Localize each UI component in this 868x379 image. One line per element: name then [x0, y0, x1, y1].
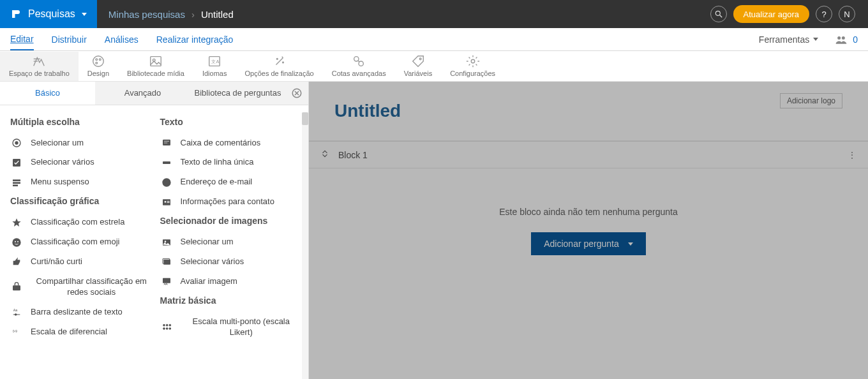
- svg-point-31: [15, 241, 16, 242]
- group-title: Selecionador de imagens: [160, 216, 303, 226]
- ribbon-toolbar: Espaço de trabalho Design Bibliotecade m…: [0, 51, 868, 82]
- update-now-button[interactable]: Atualizar agora: [733, 5, 809, 23]
- question-type-label: Avaliar imagem: [181, 276, 237, 287]
- nav-integrate[interactable]: Realizar integração: [156, 29, 234, 50]
- ribbon-settings[interactable]: Configurações: [441, 52, 504, 81]
- comment-icon: [160, 138, 173, 148]
- close-icon: [291, 87, 303, 99]
- thumb-icon: [10, 256, 23, 267]
- nav-analyze[interactable]: Análises: [105, 29, 138, 50]
- add-question-button[interactable]: Adicionar pergunta: [531, 232, 646, 255]
- svg-point-7: [96, 59, 98, 61]
- question-type-item[interactable]: Selecionar vários: [10, 152, 153, 172]
- close-panel-button[interactable]: [285, 82, 308, 105]
- survey-header: Adicionar logo Untitled: [309, 82, 868, 141]
- svg-text:文A: 文A: [212, 59, 220, 64]
- svg-point-14: [276, 58, 278, 59]
- brand-label: Pesquisas: [28, 8, 75, 20]
- question-type-item[interactable]: Curti/não curti: [10, 252, 153, 272]
- question-type-item[interactable]: Informações para contato: [160, 192, 303, 212]
- help-icon: ?: [821, 10, 826, 19]
- ribbon-label: Espaço de trabalho: [9, 70, 70, 77]
- question-type-item[interactable]: Selecionar um: [160, 232, 303, 252]
- question-type-item[interactable]: Caixa de comentários: [160, 133, 303, 153]
- question-type-label: Menu suspenso: [31, 177, 89, 188]
- nav-edit[interactable]: Editar: [10, 29, 34, 50]
- chevron-down-icon: [82, 13, 87, 16]
- ribbon-variables[interactable]: Variáveis: [395, 52, 441, 81]
- question-type-item[interactable]: Escala multi-ponto (escala Likert): [160, 312, 303, 343]
- help-button[interactable]: ?: [816, 6, 832, 22]
- nav-distribute[interactable]: Distribuir: [52, 29, 87, 50]
- tools-menu[interactable]: Ferramentas: [759, 34, 818, 45]
- survey-title[interactable]: Untitled: [334, 101, 842, 121]
- block-menu-button[interactable]: ⋮: [848, 150, 857, 160]
- svg-point-15: [282, 62, 283, 63]
- svg-rect-38: [163, 140, 170, 145]
- add-logo-button[interactable]: Adicionar logo: [780, 93, 842, 108]
- ribbon-finish[interactable]: Opções de finalização: [236, 52, 322, 81]
- svg-rect-10: [151, 57, 161, 66]
- question-type-item[interactable]: Classificação com estrela: [10, 212, 153, 232]
- tab-library[interactable]: Biblioteca de perguntas: [190, 82, 285, 105]
- question-type-label: Selecionar um: [181, 237, 234, 248]
- question-type-item[interactable]: 0-9Escala de diferencial: [10, 322, 153, 342]
- block-body: Este bloco ainda não tem nenhuma pergunt…: [309, 168, 868, 294]
- chevron-down-icon: [813, 38, 818, 41]
- panel-scrollbar[interactable]: [302, 112, 308, 379]
- brand-menu[interactable]: Pesquisas: [0, 0, 97, 28]
- add-question-label: Adicionar pergunta: [544, 239, 619, 249]
- question-type-item[interactable]: AaBarra deslizante de texto: [10, 302, 153, 322]
- share-icon: [10, 282, 23, 292]
- img-icon: [160, 237, 173, 248]
- svg-text:0-9: 0-9: [13, 330, 17, 333]
- ribbon-quotas[interactable]: Cotas avançadas: [323, 52, 395, 81]
- tab-advanced[interactable]: Avançado: [95, 82, 190, 105]
- collaborators-button[interactable]: 0: [835, 34, 858, 45]
- svg-rect-27: [13, 179, 20, 181]
- question-type-item[interactable]: Selecionar vários: [160, 252, 303, 272]
- svg-point-17: [359, 61, 363, 66]
- svg-rect-46: [167, 201, 169, 202]
- question-type-item[interactable]: Classificação com emoji: [10, 232, 153, 252]
- collapse-icon[interactable]: [320, 149, 329, 160]
- search-button[interactable]: [710, 6, 727, 22]
- ribbon-media[interactable]: Bibliotecade mídia: [118, 52, 193, 81]
- svg-point-53: [163, 324, 165, 326]
- question-type-item[interactable]: Endereço de e-mail: [160, 172, 303, 192]
- svg-point-36: [15, 314, 17, 316]
- block-name: Block 1: [338, 150, 368, 160]
- ribbon-design[interactable]: Design: [79, 52, 118, 81]
- question-type-label: Barra deslizante de texto: [31, 307, 123, 318]
- svg-point-16: [354, 57, 359, 61]
- ribbon-label: Cotas avançadas: [332, 70, 386, 77]
- breadcrumb-root[interactable]: Minhas pesquisas: [108, 9, 185, 20]
- question-type-item[interactable]: Menu suspenso: [10, 172, 153, 192]
- svg-point-32: [17, 241, 19, 242]
- svg-point-2: [837, 36, 841, 40]
- svg-point-19: [419, 58, 421, 60]
- block-header[interactable]: Block 1 ⋮: [309, 142, 868, 168]
- textline-icon: [160, 158, 173, 168]
- question-type-label: Selecionar um: [31, 138, 84, 149]
- workspace-icon: [32, 54, 46, 68]
- question-type-item[interactable]: Compartilhar classificação em redes soci…: [10, 272, 153, 302]
- question-type-item[interactable]: Texto de linha única: [160, 152, 303, 172]
- people-icon: [835, 35, 848, 44]
- star-icon: [10, 218, 23, 228]
- ribbon-workspace[interactable]: Espaço de trabalho: [0, 52, 79, 81]
- question-type-label: Texto de linha única: [181, 157, 254, 168]
- question-type-item[interactable]: Avaliar imagem: [160, 272, 303, 292]
- question-type-item[interactable]: Selecionar um: [10, 133, 153, 153]
- ribbon-languages[interactable]: 文A Idiomas: [193, 52, 236, 81]
- collab-count: 0: [853, 34, 858, 45]
- svg-point-3: [842, 36, 845, 40]
- tab-basic[interactable]: Básico: [0, 82, 95, 105]
- svg-point-55: [169, 324, 171, 326]
- user-avatar[interactable]: N: [839, 6, 855, 22]
- group-title: Classificação gráfica: [10, 196, 153, 206]
- svg-line-18: [358, 61, 359, 62]
- link-icon: [352, 54, 366, 68]
- tag-icon: [411, 54, 425, 68]
- palette-icon: [91, 54, 105, 68]
